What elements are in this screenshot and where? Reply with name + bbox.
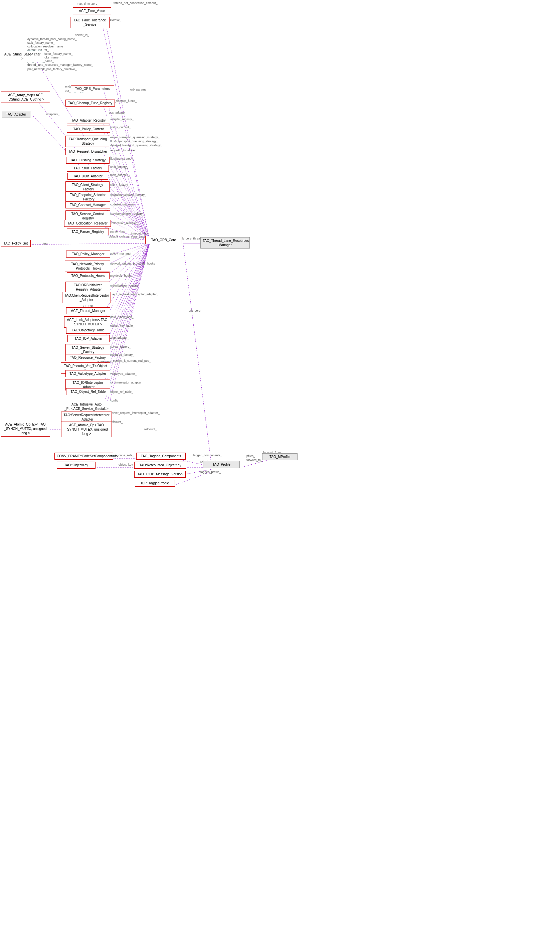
label-code-sets: code_sets_ (118, 454, 134, 457)
node-tao-giop-message-version[interactable]: TAO_GIOP_Message_Version (134, 471, 186, 478)
label-object-key-table: object_key_table_ (110, 324, 135, 327)
node-tao-transport-queueing[interactable]: TAO:Transport_QueueingStrategy (65, 136, 110, 147)
label-flush-transport: flush_transport_queueing_strategy_ (110, 140, 158, 143)
node-ace-thread-manager[interactable]: ACE_Thread_Manager (66, 307, 110, 314)
label-adapter-registry: adapter_registry_ (110, 117, 134, 121)
label-server-id: server_id_ (75, 33, 89, 37)
label-ziop-adapter: ziop_adapter_ (110, 336, 129, 339)
label-adapters: adapters_ (46, 112, 60, 116)
node-tao-adapter[interactable]: TAO_Adapter (2, 111, 31, 118)
label-object-ref-table: object_ref_table_ (110, 390, 133, 393)
label-orb-params: orb_params_ (130, 88, 148, 91)
node-tao-policy-current[interactable]: TAO_Policy_Current (67, 126, 110, 133)
label-flushing-strategy: flushing_strategy_ (110, 157, 135, 160)
label-pos-adapter: pos_adapter_ (109, 111, 127, 114)
node-tao-fault-tolerance-service[interactable]: TAO_Fault_Tolerance_Service (70, 17, 109, 28)
label-network-priority-protocols: network_priority_protocols_hooks_ (110, 262, 157, 265)
node-tao-object-ref-table[interactable]: TAO_Object_Ref_Table (66, 388, 110, 395)
node-conv-frame-codeset[interactable]: CONV_FRAME::CodeSetComponentInfo (54, 453, 113, 460)
node-ace-intrusive-auto-ptr[interactable]: ACE_Intrusive_Auto_Ptr< ACE_Service_Gest… (62, 401, 111, 412)
label-tm-mgr: tm_mgr_ (83, 304, 95, 307)
node-tao-policy-manager[interactable]: TAO_Policy_Manager (66, 251, 110, 257)
node-tao-client-request-interceptor-adapter[interactable]: TAO:ClientRequestInterceptor_Adapter (62, 292, 111, 303)
label-default-policies: default_policies_ (109, 235, 131, 238)
label-policy-manager: policy_manager_ (110, 252, 133, 255)
node-tao-resource-factory[interactable]: TAO_Resource_Factory (65, 354, 110, 361)
label-timeout-hook: timeout_hook_ (131, 232, 151, 235)
label-bidir-adapter: bidir_adapter_ (110, 173, 129, 177)
node-tao-collocation-resolver[interactable]: TAO_Collocation_Resolver (64, 220, 111, 227)
label-impl-policy: impl_ (43, 242, 50, 245)
node-tao-iop-adapter[interactable]: TAO_IOP_Adapter (68, 335, 109, 342)
label-delayed-transport: delayed_transport_queueing_strategy_ (110, 144, 162, 147)
label-service-context-registry: service_context_registry_ (110, 212, 144, 216)
node-ace-array-map[interactable]: ACE_Array_Map< ACE_CString, ACE_CString … (1, 91, 50, 103)
node-tao-request-dispatcher[interactable]: TAO_Request_Dispatcher (65, 148, 110, 155)
node-ace-string-base[interactable]: ACE_String_Base< char > (1, 51, 44, 62)
node-tao-orb-core[interactable]: TAO_ORB_Core (145, 236, 182, 244)
node-tao-adapter-registry[interactable]: TAO_Adapter_Registry (67, 117, 110, 124)
node-ace-lock-adapters[interactable]: ACE_Lock_Adapters< TAO_SYNCH_MUTEX > (64, 316, 110, 328)
node-tao-network-priority-protocols-hooks[interactable]: TAO_Network_Priority_Protocols_Hooks (65, 260, 110, 272)
node-tao-mprofile[interactable]: TAO_MProfile (262, 453, 297, 460)
label-tagged-components: tagged_components_ (193, 454, 222, 457)
node-tao-stub-factory[interactable]: TAO_Stub_Factory (67, 165, 109, 172)
node-tao-orbinitializer-registry[interactable]: TAO:ORBInitializer_Registry_Adapter (65, 282, 110, 293)
node-ace-time-value[interactable]: ACE_Time_Value (73, 7, 111, 14)
node-tao-valuetype-adapter[interactable]: TAO_Valuetype_Adapter (65, 370, 110, 377)
label-server-factory: server_factory_ (110, 345, 131, 348)
node-tao-server-request-interceptor-adapter[interactable]: TAO:ServerRequestInterceptor_Adapter (61, 411, 112, 423)
label-refcount: refcount_ (110, 420, 123, 424)
label-eager-transport: eager_transport_queueing_strategy_ (110, 136, 160, 139)
label-stub-factory-name: stub_factory_name_ (28, 41, 55, 45)
label-stub-factory: stub_factory_ (110, 165, 128, 169)
label-pref-network: pref_network_poa_factory_directive_ (28, 68, 77, 71)
node-tao-protocols-hooks[interactable]: TAO_Protocols_Hooks (67, 272, 109, 279)
node-tao-refcounted-objectkey[interactable]: TAO:Refcounted_ObjectKey (134, 462, 186, 468)
svg-line-41 (183, 243, 211, 464)
node-tao-cleanup-func-registry[interactable]: TAO_Cleanup_Func_Registry (65, 100, 115, 106)
node-tao-endpoint-selector-factory[interactable]: TAO_Endpoint_Selector_Factory (65, 191, 110, 203)
label-parser-key: parser_key_ (110, 230, 127, 233)
node-iop-tagged-profile[interactable]: IOP::TaggedProfile (135, 480, 175, 487)
label-refcount2: refcount_ (144, 428, 157, 431)
label-client-factory: client_factory_ (110, 183, 129, 186)
label-tagged-profile: tagged_profile_ (200, 470, 221, 474)
label-data-block-lock: data_block_lock_ (110, 315, 134, 319)
label-server-request-interceptor-adapter: server_request_interceptor_adapter_ (110, 411, 160, 414)
node-ace-atomic-op-ex[interactable]: ACE_Atomic_Op_Ex< TAO_SYNCH_MUTEX, unsig… (1, 421, 50, 437)
label-thread-per-connection: thread_per_connection_timeout_ (114, 2, 158, 5)
node-tao-orb-parameters[interactable]: TAO_ORB_Parameters (71, 85, 114, 92)
node-tao-server-strategy-factory[interactable]: TAO_Server_Strategy_Factory (65, 344, 110, 356)
label-forward-to: forward_to_ (246, 458, 263, 462)
label-thread-lane-resources-name: thread_lane_resources_manager_factory_na… (28, 63, 93, 66)
node-tao-policy-set[interactable]: TAO_Policy_Set (1, 240, 31, 247)
label-object-key: object_key_ (118, 463, 135, 466)
label-dynamic-thread-pool: dynamic_thread_pool_config_name_ (28, 37, 77, 41)
node-tao-objectkey[interactable]: TAO::ObjectKey (57, 462, 95, 468)
node-tao-thread-lane-resources-manager[interactable]: TAO_Thread_Lane_ResourcesManager (200, 237, 250, 248)
node-tao-profile[interactable]: TAO_Profile (203, 461, 240, 468)
label-collocation-resolver-name: collocation_resolver_name_ (28, 45, 65, 48)
node-tao-bidir-adapter[interactable]: TAO_BiDir_Adapter (68, 173, 108, 180)
node-ace-atomic-op[interactable]: ACE_Atomic_Op< TAO_SYNCH_MUTEX, unsigned… (61, 422, 112, 437)
label-request-dispatcher: request_dispatcher_ (110, 149, 138, 152)
node-tao-client-strategy-factory[interactable]: TAO_Client_Strategy_Factory (65, 181, 109, 193)
label-policy-current: policy_current_ (110, 126, 131, 129)
node-tao-tagged-components[interactable]: TAO_Tagged_Components (136, 453, 186, 460)
label-max-time: max_time_zero_ (77, 2, 99, 5)
label-orb-core: orb_core_ (189, 309, 202, 312)
diagram-container: max_time_zero_ thread_per_connection_tim… (0, 0, 560, 946)
label-ior-interceptor-adapter: ior_interceptor_adapter_ (110, 381, 143, 384)
node-tao-codeset-manager[interactable]: TAO_Codeset_Manager (65, 202, 110, 208)
node-tao-parser-registry[interactable]: TAO_Parser_Registry (67, 228, 109, 235)
label-endpoint-selector-factory: endpoint_selector_factory_ (110, 193, 146, 196)
node-tao-flushing-strategy[interactable]: TAO_Flushing_Strategy (66, 157, 109, 164)
label-valuetype-adapter: valuetype_adapter_ (110, 372, 137, 376)
label-orbinitiailizer-registry: orbinitiailizer_registry_ (110, 284, 140, 287)
node-tao-objectkey-table[interactable]: TAO:ObjectKey_Table (66, 327, 110, 334)
label-protocols-hooks: protocols_hooks_ (110, 274, 134, 277)
label-codeset-manager: codeset_manager_ (110, 203, 136, 206)
label-collocation-resolver: collocation_resolver_ (110, 222, 138, 225)
label-resource-factory: resource_factory_ (110, 353, 134, 356)
